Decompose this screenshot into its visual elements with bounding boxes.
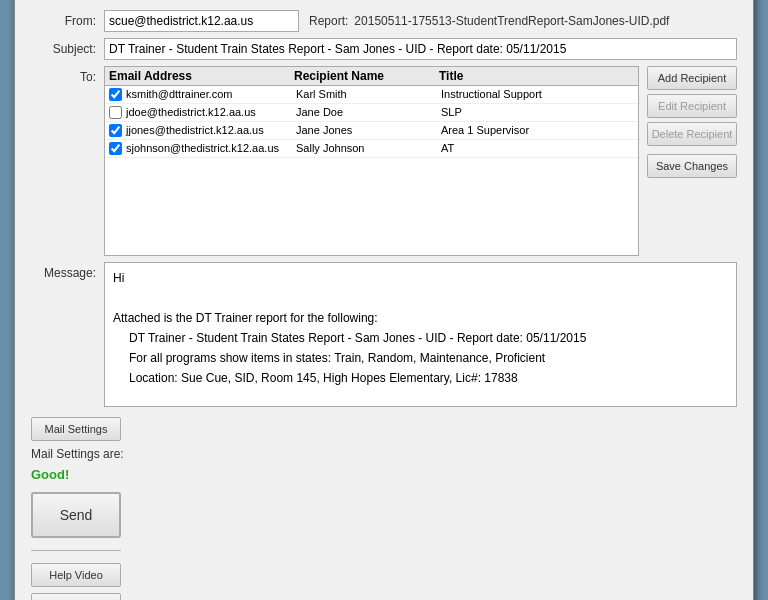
message-line-5: Location: Sue Cue, SID, Room 145, High H… [129, 369, 728, 387]
recipients-header: Email Address Recipient Name Title [105, 67, 638, 86]
recipient-email: ksmith@dttrainer.com [126, 88, 296, 100]
recipient-title: SLP [441, 106, 634, 118]
message-line-3: DT Trainer - Student Train States Report… [129, 329, 728, 347]
cancel-button[interactable]: Cancel [31, 593, 121, 601]
table-row[interactable]: jjones@thedistrict.k12.aa.usJane JonesAr… [105, 122, 638, 140]
save-changes-button[interactable]: Save Changes [647, 154, 737, 178]
recipient-email: sjohnson@thedistrict.k12.aa.us [126, 142, 296, 154]
to-section: To: Email Address Recipient Name Title k… [31, 66, 737, 256]
report-label: Report: [309, 14, 348, 28]
recipient-checkbox[interactable] [109, 124, 122, 137]
add-recipient-button[interactable]: Add Recipient [647, 66, 737, 90]
recipient-checkbox[interactable] [109, 88, 122, 101]
help-video-button[interactable]: Help Video [31, 563, 121, 587]
edit-recipient-button[interactable]: Edit Recipient [647, 94, 737, 118]
recipient-checkbox[interactable] [109, 142, 122, 155]
send-button[interactable]: Send [31, 492, 121, 538]
report-emailer-window: Report Emailer ✕ From: Report: 20150511-… [14, 0, 754, 600]
to-right: Email Address Recipient Name Title ksmit… [104, 66, 737, 256]
bottom-section: Mail Settings Mail Settings are: Good! S… [31, 417, 737, 601]
subject-row: Subject: [31, 38, 737, 60]
recipient-name: Jane Doe [296, 106, 441, 118]
message-section: Message: Hi Attached is the DT Trainer r… [31, 262, 737, 407]
from-label: From: [31, 14, 96, 28]
table-row[interactable]: ksmith@dttrainer.comKarl SmithInstructio… [105, 86, 638, 104]
mail-settings-status-row: Mail Settings are: [31, 447, 124, 461]
from-input[interactable] [104, 10, 299, 32]
table-row[interactable]: sjohnson@thedistrict.k12.aa.usSally John… [105, 140, 638, 158]
recipient-title: AT [441, 142, 634, 154]
recipient-title: Instructional Support [441, 88, 634, 100]
delete-recipient-button[interactable]: Delete Recipient [647, 122, 737, 146]
recipient-name: Karl Smith [296, 88, 441, 100]
recipient-name: Jane Jones [296, 124, 441, 136]
recipient-name: Sally Johnson [296, 142, 441, 154]
side-buttons: Add Recipient Edit Recipient Delete Reci… [647, 66, 737, 256]
recipient-email: jdoe@thedistrict.k12.aa.us [126, 106, 296, 118]
status-good: Good! [31, 467, 69, 482]
message-line-1: Hi [113, 269, 728, 287]
status-good-text: Good! [31, 467, 69, 482]
recipient-email: jjones@thedistrict.k12.aa.us [126, 124, 296, 136]
message-label: Message: [31, 262, 96, 407]
form-content: From: Report: 20150511-175513-StudentTre… [15, 0, 753, 600]
col-name-header: Recipient Name [294, 69, 439, 83]
bottom-left: Mail Settings Mail Settings are: Good! S… [31, 417, 181, 601]
from-row: From: Report: 20150511-175513-StudentTre… [31, 10, 737, 32]
col-title-header: Title [439, 69, 634, 83]
mail-settings-are-label: Mail Settings are: [31, 447, 124, 461]
message-line-spacer [113, 289, 728, 307]
to-label: To: [31, 66, 96, 256]
col-email-header: Email Address [109, 69, 294, 83]
mail-settings-button[interactable]: Mail Settings [31, 417, 121, 441]
report-value: 20150511-175513-StudentTrendReport-SamJo… [354, 14, 669, 28]
subject-label: Subject: [31, 42, 96, 56]
recipients-list: ksmith@dttrainer.comKarl SmithInstructio… [105, 86, 638, 158]
message-box: Hi Attached is the DT Trainer report for… [104, 262, 737, 407]
recipient-title: Area 1 Supervisor [441, 124, 634, 136]
recipient-checkbox[interactable] [109, 106, 122, 119]
subject-input[interactable] [104, 38, 737, 60]
recipients-panel: Email Address Recipient Name Title ksmit… [104, 66, 639, 256]
message-line-4: For all programs show items in states: T… [129, 349, 728, 367]
table-row[interactable]: jdoe@thedistrict.k12.aa.usJane DoeSLP [105, 104, 638, 122]
message-line-2: Attached is the DT Trainer report for th… [113, 309, 728, 327]
